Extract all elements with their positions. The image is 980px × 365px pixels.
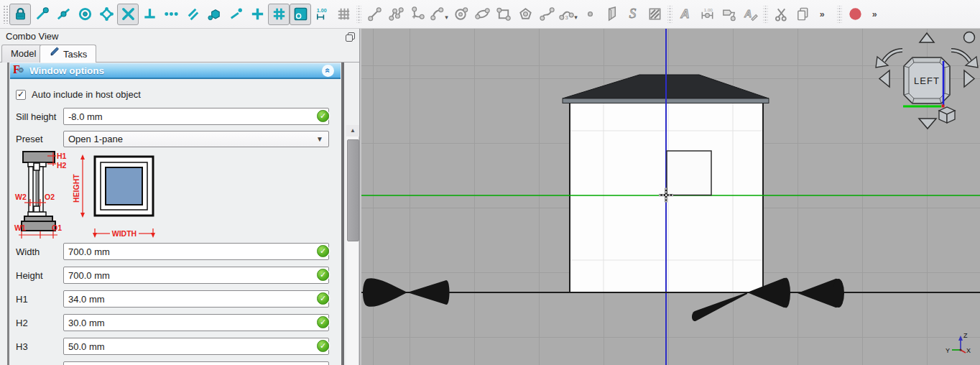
toolbar-button-draft-line[interactable]: [364, 4, 385, 25]
nav-arrow-left[interactable]: [879, 70, 889, 87]
toolbar-button-draft-arc[interactable]: ▾: [428, 4, 450, 25]
nav-cube-face-label[interactable]: LEFT: [914, 75, 940, 86]
diagram-sill: [22, 221, 55, 231]
toolbar-button-snap-workingplane[interactable]: [290, 4, 311, 25]
toolbar-button-record-macro[interactable]: [844, 4, 866, 25]
toolbar-button-draft-shapestring[interactable]: S: [622, 4, 644, 25]
nav-arrow-right[interactable]: [964, 70, 974, 87]
toolbar-button-draft-point[interactable]: [579, 4, 601, 25]
toolbar-button-draft-label[interactable]: [718, 4, 739, 25]
preset-value: Open 1-pane: [68, 134, 123, 144]
3d-viewport[interactable]: LEFT Z Y X: [361, 29, 980, 365]
draft-dimension-icon: 1.00: [699, 6, 716, 22]
toolbar-button-overflow[interactable]: »: [866, 4, 887, 25]
toolbar-button-snap-grid[interactable]: [268, 4, 290, 25]
toolbar-button-snap-center[interactable]: [74, 4, 96, 25]
draft-circle-icon: [453, 6, 469, 22]
svg-text:A: A: [743, 8, 751, 19]
window-options-title: Window options: [29, 65, 104, 76]
snap-extension-icon: [163, 6, 180, 22]
toolbar-button-snap-lock[interactable]: [9, 4, 31, 25]
preset-dropdown[interactable]: Open 1-pane ▼: [63, 131, 329, 147]
toolbar-button-snap-perpendicular[interactable]: [139, 4, 160, 25]
toolbar-button-snap-angle[interactable]: [96, 4, 117, 25]
chevron-down-icon: ▼: [316, 135, 323, 143]
toolbar-button-draft-bezier[interactable]: 3▾: [558, 4, 579, 25]
snap-dimensions-icon: 1.00: [314, 6, 330, 22]
toolbar-button-draft-text[interactable]: A: [675, 4, 696, 25]
toolbar: 1.00▾3▾SA1.00A»»: [0, 0, 980, 29]
toolbar-button-snap-parallel[interactable]: [182, 4, 203, 25]
tab-tasks[interactable]: Tasks: [40, 45, 96, 63]
task-panel-scrollbar[interactable]: ▲ ▼: [346, 125, 359, 365]
pencil-icon: [49, 46, 60, 63]
toolbar-button-draft-fillet[interactable]: [407, 4, 428, 25]
valid-check-icon: ✓: [317, 110, 329, 122]
toolbar-button-snap-dimensions[interactable]: 1.00: [311, 4, 333, 25]
toolbar-button-snap-near[interactable]: [225, 4, 246, 25]
draft-polygon-icon: [517, 6, 534, 22]
snap-parallel-icon: [185, 6, 201, 22]
toolbar-button-draft-rectangle[interactable]: [493, 4, 514, 25]
auto-include-checkbox[interactable]: ✓: [16, 90, 26, 100]
scrollbar-thumb[interactable]: [347, 139, 359, 241]
svg-text:S: S: [629, 6, 636, 21]
float-panel-icon[interactable]: [346, 31, 355, 40]
toolbar-button-draft-polygon[interactable]: [514, 4, 536, 25]
nav-arrow-up[interactable]: [920, 33, 934, 42]
height-input[interactable]: [63, 267, 329, 284]
svg-text:»: »: [819, 9, 824, 19]
toolbar-drag-handle[interactable]: [3, 5, 8, 24]
dropdown-arrow-icon[interactable]: ▾: [445, 14, 448, 21]
valid-check-icon: ✓: [317, 292, 329, 305]
nav-mini-cube[interactable]: [939, 107, 955, 123]
toolbar-button-snap-ortho[interactable]: [246, 4, 268, 25]
toolbar-button-cut[interactable]: [770, 4, 792, 25]
toolbar-button-draft-dimension[interactable]: 1.00: [696, 4, 718, 25]
diagram-label-o1: O1: [52, 223, 62, 232]
toolbar-button-draft-circle[interactable]: [450, 4, 471, 25]
diagram-label-h2: H2: [57, 161, 67, 170]
toolbar-button-overflow[interactable]: »: [813, 4, 835, 25]
collapse-section-button[interactable]: «: [322, 65, 334, 77]
toolbar-button-toggle-grid[interactable]: [333, 4, 354, 25]
draft-hatch-icon: [647, 6, 663, 22]
window-diagram: H1 H2 W2 O2 W1 O1 HEIGHT: [11, 150, 175, 239]
draft-arc-icon: [429, 6, 445, 22]
dropdown-arrow-icon[interactable]: ▾: [574, 14, 578, 21]
toolbar-button-snap-endpoint[interactable]: [31, 4, 52, 25]
diagram-lintel: [23, 152, 55, 162]
window-preview[interactable]: [667, 151, 711, 195]
nav-arrow-down[interactable]: [919, 119, 936, 129]
diagram-label-width: WIDTH: [112, 229, 137, 238]
toolbar-button-draft-polyline[interactable]: [385, 4, 407, 25]
toolbar-button-draft-hatch[interactable]: [644, 4, 665, 25]
toolbar-button-snap-intersection[interactable]: [117, 4, 139, 25]
toolbar-button-copy[interactable]: [792, 4, 813, 25]
toolbar-button-snap-extension[interactable]: [160, 4, 182, 25]
window-options-header[interactable]: F⚙ Window options «: [10, 63, 341, 79]
toolbar-button-draft-bspline[interactable]: [536, 4, 558, 25]
width-input[interactable]: [63, 243, 329, 260]
toolbar-button-draft-facebinder[interactable]: [601, 4, 622, 25]
tab-tasks-label: Tasks: [63, 46, 87, 63]
nav-circle[interactable]: [964, 32, 975, 43]
field-input-partial[interactable]: [63, 361, 329, 365]
toolbar-button-snap-special[interactable]: [203, 4, 225, 25]
draft-fillet-icon: [410, 6, 426, 22]
h2-input[interactable]: [63, 314, 329, 331]
freecad-logo-icon: F⚙: [13, 65, 26, 76]
toolbar-button-annotation-styles[interactable]: A: [739, 4, 761, 25]
window-options-taskbox: F⚙ Window options « ✓ Auto include in ho…: [7, 63, 344, 365]
h3-input[interactable]: [63, 338, 329, 355]
snap-ortho-icon: [249, 6, 266, 22]
toolbar-button-draft-ellipse[interactable]: [471, 4, 493, 25]
h1-label: H1: [16, 294, 28, 305]
toolbar-button-snap-midpoint[interactable]: [52, 4, 74, 25]
h1-input[interactable]: [63, 290, 329, 308]
h2-label: H2: [16, 318, 28, 328]
snap-midpoint-icon: [55, 6, 72, 22]
h3-label: H3: [16, 341, 28, 352]
scroll-up-button[interactable]: ▲: [346, 125, 359, 137]
sill-height-input[interactable]: [63, 108, 329, 125]
